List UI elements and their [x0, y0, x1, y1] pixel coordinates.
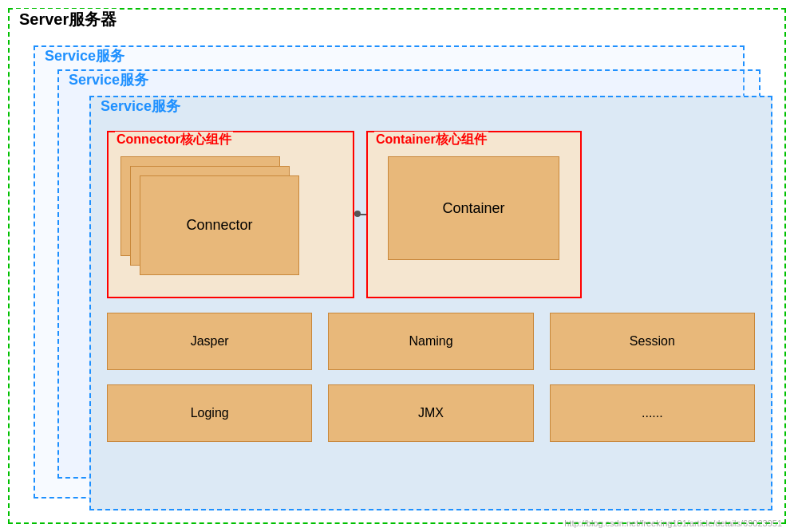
container-label: Container [442, 200, 504, 217]
diagram-wrapper: Server服务器 Service服务 Service服务 Service服务 … [0, 0, 794, 532]
service-label-3: Service服务 [99, 97, 182, 116]
watermark: http://blog.csdn.net/freeking101/article… [564, 518, 782, 528]
service-box-3: Service服务 Connector核心组件 Connector Contai… [89, 96, 772, 510]
utility-box-naming: Naming [328, 313, 533, 370]
server-label: Server服务器 [16, 9, 120, 30]
utility-row-2: Loging JMX ...... [107, 384, 755, 442]
utility-box-ellipsis: ...... [550, 384, 755, 442]
connector-core-box: Connector核心组件 Connector [107, 131, 354, 298]
utility-row-1: Jasper Naming Session [107, 313, 755, 370]
utility-box-jmx: JMX [328, 384, 533, 442]
utility-box-session: Session [550, 313, 755, 370]
container-core-label: Container核心组件 [374, 132, 488, 148]
connector-label: Connector [186, 217, 252, 234]
utility-box-loging: Loging [107, 384, 312, 442]
connector-stack: Connector [120, 156, 304, 280]
utility-box-jasper: Jasper [107, 313, 312, 370]
container-card: Container [388, 156, 559, 260]
service-label-2: Service服务 [67, 70, 150, 89]
connector-card-front: Connector [140, 175, 299, 275]
service-label-1: Service服务 [43, 46, 126, 65]
server-box: Server服务器 Service服务 Service服务 Service服务 … [8, 8, 786, 524]
connector-core-label: Connector核心组件 [115, 132, 233, 148]
container-core-box: Container核心组件 Container [366, 131, 582, 298]
